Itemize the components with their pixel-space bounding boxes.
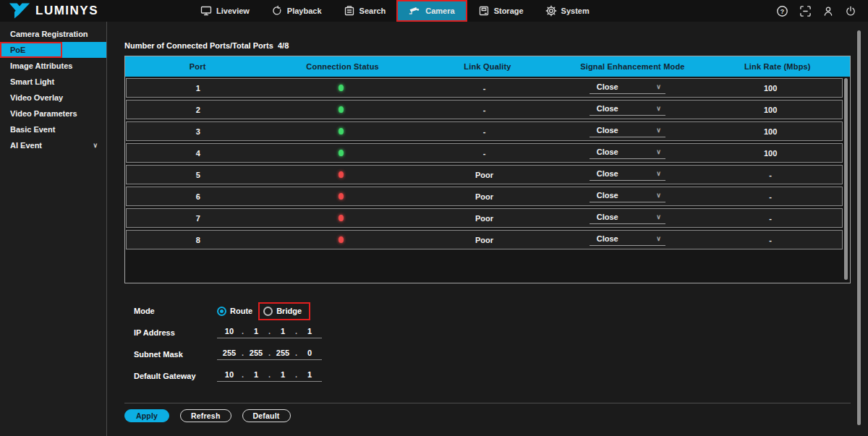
status-dot-green xyxy=(339,128,344,134)
nav-item-search[interactable]: Search xyxy=(333,0,397,22)
refresh-button[interactable]: Refresh xyxy=(180,409,231,422)
table-row: 4-Close∨100 xyxy=(126,143,843,163)
nav-item-camera[interactable]: Camera xyxy=(396,0,467,22)
nav-item-label: Playback xyxy=(287,7,322,15)
ports-summary-label: Number of Connected Ports/Total Ports xyxy=(124,41,278,50)
column-header-link-quality: Link Quality xyxy=(415,56,560,77)
octet-input[interactable]: 255 xyxy=(244,349,268,357)
sidebar-item-image-attributes[interactable]: Image Attributes xyxy=(0,58,106,74)
connection-status-cell xyxy=(270,85,413,91)
ip-address-input[interactable]: 10.1.1.1 xyxy=(217,327,322,338)
signal-mode-select[interactable]: Close∨ xyxy=(590,169,665,181)
status-dot-red xyxy=(339,171,344,178)
radio-route[interactable]: Route xyxy=(217,307,252,316)
signal-mode-cell: Close∨ xyxy=(556,169,699,181)
brand-name: LUMINYS xyxy=(35,4,98,18)
user-icon[interactable] xyxy=(822,5,834,17)
apply-button[interactable]: Apply xyxy=(124,409,169,422)
help-icon[interactable]: ? xyxy=(776,5,788,17)
sidebar-item-smart-light[interactable]: Smart Light xyxy=(0,74,106,90)
nav-item-label: Storage xyxy=(494,7,524,15)
table-row: 8PoorClose∨- xyxy=(126,230,843,249)
table-scrollbar[interactable] xyxy=(844,78,848,280)
power-icon[interactable] xyxy=(845,5,856,17)
svg-text:?: ? xyxy=(780,7,785,14)
system-gear-icon xyxy=(545,5,557,17)
sidebar-item-ai-event[interactable]: AI Event∨ xyxy=(0,137,106,153)
port-cell: 1 xyxy=(127,84,270,93)
nav-item-liveview[interactable]: Liveview xyxy=(190,0,260,22)
octet-input[interactable]: 1 xyxy=(271,370,295,379)
octet-input[interactable]: 10 xyxy=(217,327,242,335)
default-button[interactable]: Default xyxy=(242,409,291,422)
scan-icon[interactable] xyxy=(799,5,812,17)
radio-unselected-icon xyxy=(263,307,273,316)
signal-mode-select[interactable]: Close∨ xyxy=(590,234,665,246)
footer-divider xyxy=(124,403,851,403)
page-scrollbar[interactable] xyxy=(857,30,861,425)
connection-status-cell xyxy=(270,171,413,178)
octet-input[interactable]: 255 xyxy=(217,349,242,357)
link-quality-cell: - xyxy=(413,149,556,158)
octet-input[interactable]: 10 xyxy=(217,370,242,379)
link-rate-cell: 100 xyxy=(699,84,842,93)
brand-logo-icon xyxy=(9,2,30,20)
sidebar-item-poe[interactable]: PoE xyxy=(0,42,106,58)
port-cell: 6 xyxy=(127,192,270,201)
signal-mode-cell: Close∨ xyxy=(556,104,699,116)
octet-input[interactable]: 1 xyxy=(244,327,268,335)
link-rate-cell: - xyxy=(699,171,842,179)
sidebar-item-camera-registration[interactable]: Camera Registration xyxy=(0,26,106,42)
signal-mode-select[interactable]: Close∨ xyxy=(590,126,665,137)
radio-bridge[interactable]: Bridge xyxy=(263,307,302,316)
octet-input[interactable]: 1 xyxy=(271,327,295,335)
octet-input[interactable]: 1 xyxy=(297,370,322,379)
signal-mode-select[interactable]: Close∨ xyxy=(590,82,665,94)
octet-input[interactable]: 0 xyxy=(297,349,322,357)
radio-label: Bridge xyxy=(276,307,302,315)
nav-item-system[interactable]: System xyxy=(535,0,600,22)
default-gateway-input[interactable]: 10.1.1.1 xyxy=(217,370,322,382)
field-row-default-gateway: Default Gateway10.1.1.1 xyxy=(124,365,868,387)
octet-input[interactable]: 1 xyxy=(244,370,268,379)
table-row: 7PoorClose∨- xyxy=(126,208,843,228)
sidebar-item-video-parameters[interactable]: Video Parameters xyxy=(0,106,106,121)
nav-item-storage[interactable]: Storage xyxy=(467,0,535,22)
chevron-down-icon: ∨ xyxy=(656,105,661,112)
action-buttons: ApplyRefreshDefault xyxy=(124,409,868,422)
signal-mode-cell: Close∨ xyxy=(556,148,699,159)
sidebar-item-label: Basic Event xyxy=(10,125,55,134)
table-header-row: PortConnection StatusLink QualitySignal … xyxy=(125,56,850,77)
liveview-monitor-icon xyxy=(200,5,212,17)
subnet-mask-input[interactable]: 255.255.255.0 xyxy=(217,349,322,360)
signal-mode-select[interactable]: Close∨ xyxy=(590,148,665,159)
chevron-down-icon: ∨ xyxy=(656,192,661,199)
chevron-down-icon: ∨ xyxy=(656,83,661,90)
sidebar-item-video-overlay[interactable]: Video Overlay xyxy=(0,90,106,106)
table-row: 1-Close∨100 xyxy=(126,78,843,98)
signal-mode-select[interactable]: Close∨ xyxy=(590,104,665,116)
ports-summary-value: 4/8 xyxy=(278,41,289,50)
main-nav: LiveviewPlaybackSearchCameraStorageSyste… xyxy=(190,0,600,22)
sidebar-item-label: AI Event xyxy=(10,141,42,150)
signal-mode-select[interactable]: Close∨ xyxy=(590,213,665,224)
signal-mode-value: Close xyxy=(597,234,618,243)
nav-item-label: Liveview xyxy=(216,7,250,15)
field-label: IP Address xyxy=(134,328,217,337)
radio-dot xyxy=(220,309,224,313)
poe-port-table: PortConnection StatusLink QualitySignal … xyxy=(124,56,851,283)
radio-label: Route xyxy=(230,307,252,315)
signal-mode-select[interactable]: Close∨ xyxy=(590,191,665,202)
topbar-actions: ? xyxy=(776,5,868,17)
signal-mode-value: Close xyxy=(597,148,618,156)
link-quality-cell: Poor xyxy=(413,236,556,244)
chevron-down-icon: ∨ xyxy=(656,235,661,242)
link-rate-cell: 100 xyxy=(699,149,842,158)
topbar: LUMINYS LiveviewPlaybackSearchCameraStor… xyxy=(0,0,868,22)
octet-input[interactable]: 1 xyxy=(297,327,322,335)
sidebar-item-label: Video Parameters xyxy=(10,109,77,118)
nav-item-playback[interactable]: Playback xyxy=(260,0,333,22)
octet-input[interactable]: 255 xyxy=(271,349,295,357)
sidebar-item-basic-event[interactable]: Basic Event xyxy=(0,121,106,137)
chevron-down-icon: ∨ xyxy=(656,148,661,155)
